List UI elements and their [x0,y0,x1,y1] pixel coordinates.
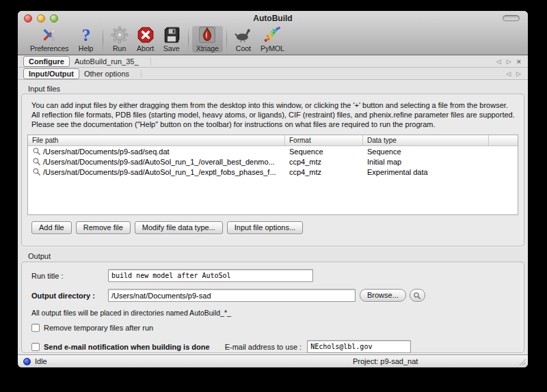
tab-configure[interactable]: Configure [23,56,70,67]
magnifier-icon [32,167,41,176]
file-path: /Users/nat/Documents/p9-sad/seq.dat [43,148,170,156]
magnifier-icon [413,292,421,300]
project-label: Project: p9-sad_nat [353,357,418,365]
status-led-icon [23,358,31,365]
toolbar-separator [103,28,103,51]
toolbar-label: Run [113,44,126,53]
toolbar-button-xtriage[interactable]: Xtriage [192,26,223,53]
xtriage-icon [198,26,216,44]
input-files-group-label: Input files [28,85,524,93]
remove-temp-files-checkbox[interactable] [31,324,40,332]
column-header-data-type[interactable]: Data type [363,135,489,145]
close-button[interactable] [24,14,32,23]
remove-file-button[interactable]: Remove file [76,221,131,234]
toolbar-label: Abort [137,44,154,53]
file-path: /Users/nat/Documents/p9-sad/AutoSol_run_… [43,168,276,176]
file-data-type: Initial map [363,158,489,166]
directory-search-button[interactable] [410,289,425,302]
toolbar-label: PyMOL [261,44,284,53]
run-title-row: Run title : [31,269,518,282]
browse-button[interactable]: Browse... [360,289,406,302]
resize-grip[interactable] [518,357,526,366]
column-header-format[interactable]: Format [285,135,363,145]
toolbar-label: Preferences [30,44,69,53]
toolbar-button-save[interactable]: Save [159,26,185,53]
help-icon: ? [77,26,95,44]
file-format: ccp4_mtz [285,158,363,166]
tab-scroll-left-icon[interactable]: ◁ [494,57,504,66]
svg-text:?: ? [81,26,90,44]
toolbar-button-abort[interactable]: Abort [133,26,159,53]
window-chrome: AutoBuild Preferences ? Help [18,11,528,55]
tab-scroll-left-icon[interactable]: ◁ [503,69,513,79]
tab-scroll-right-icon[interactable]: ▷ [504,57,514,66]
toolbar-button-pymol[interactable]: PyMOL [256,26,289,53]
tab-divider [150,57,151,66]
toolbar-separator [226,28,227,51]
email-notification-label: Send e-mail notification when building i… [44,343,210,351]
file-data-type: Sequence [363,148,489,156]
remove-temp-files-label: Remove temporary files after run [44,324,153,332]
table-row[interactable]: /Users/nat/Documents/p9-sad/seq.dat Sequ… [28,146,518,156]
tab-other-options[interactable]: Other options [79,69,134,79]
modify-file-data-type-button[interactable]: Modify file data type... [135,221,223,234]
pymol-icon [263,26,281,44]
tab-autobuild-run-35[interactable]: AutoBuild_run_35_ [70,57,144,66]
remove-temp-files-row: Remove temporary files after run [31,324,518,332]
minimize-button[interactable] [37,14,45,23]
email-address-label: E-mail address to use : [225,343,302,351]
run-title-input[interactable] [108,269,313,282]
output-directory-row: Output directory : Browse... [31,289,518,302]
output-groupbox: Run title : Output directory : Browse...… [21,262,524,353]
status-bar: Idle Project: p9-sad_nat [18,354,528,367]
output-group-label: Output [28,252,524,260]
tab-close-icon[interactable]: × [514,57,524,66]
toolbar: Preferences ? Help [18,26,528,55]
content-panel: Input files You can add input files by e… [18,80,528,354]
instructions-text: You can add input files by either draggi… [27,100,518,135]
output-note: All output files will be placed in direc… [31,309,518,317]
window-controls [24,14,58,23]
email-address-input[interactable] [307,340,411,353]
file-button-row: Add file Remove file Modify file data ty… [27,215,518,234]
table-row[interactable]: /Users/nat/Documents/p9-sad/AutoSol_run_… [28,156,518,167]
toolbar-button-help[interactable]: ? Help [73,26,99,53]
run-title-label: Run title : [31,272,108,280]
tab-scroll-right-icon[interactable]: ▷ [513,69,524,79]
toolbar-button-run[interactable]: Run [107,26,133,53]
file-format: Sequence [285,148,363,156]
output-directory-input[interactable] [108,289,356,302]
save-icon [163,26,181,44]
main-tabbar: Configure AutoBuild_run_35_ ◁ ▷ × [18,55,528,68]
add-file-button[interactable]: Add file [31,221,72,234]
output-directory-label: Output directory : [31,292,108,300]
file-data-type: Experimental data [363,168,489,176]
table-header: File path Format Data type [28,135,518,146]
email-notification-row: Send e-mail notification when building i… [31,340,518,353]
input-files-table[interactable]: File path Format Data type /Users/nat/Do… [27,135,518,215]
column-header-file-path[interactable]: File path [28,135,285,145]
toolbar-button-preferences[interactable]: Preferences [26,26,73,53]
column-header-filler [489,135,518,145]
toolbar-label: Coot [236,44,251,53]
table-row[interactable]: /Users/nat/Documents/p9-sad/AutoSol_run_… [28,167,518,177]
tab-input-output[interactable]: Input/Output [23,68,79,79]
zoom-button[interactable] [50,14,58,23]
file-path: /Users/nat/Documents/p9-sad/AutoSol_run_… [43,158,275,166]
status-text: Idle [35,357,47,365]
toolbar-label: Save [163,44,180,53]
sub-tabbar: Input/Output Other options ◁ ▷ [18,68,528,80]
titlebar[interactable]: AutoBuild [18,11,528,26]
input-file-options-button[interactable]: Input file options... [227,221,303,234]
toolbar-toggle-button[interactable] [503,15,520,21]
tab-divider [141,70,142,78]
window-title: AutoBuild [18,11,528,26]
abort-icon [137,26,155,44]
toolbar-button-coot[interactable]: Coot [230,26,256,53]
file-format: ccp4_mtz [285,168,363,176]
autobuild-window: AutoBuild Preferences ? Help [18,11,528,367]
toolbar-label: Xtriage [196,44,219,53]
email-notification-checkbox[interactable] [31,343,40,351]
magnifier-icon [32,147,41,156]
coot-icon [235,26,252,44]
